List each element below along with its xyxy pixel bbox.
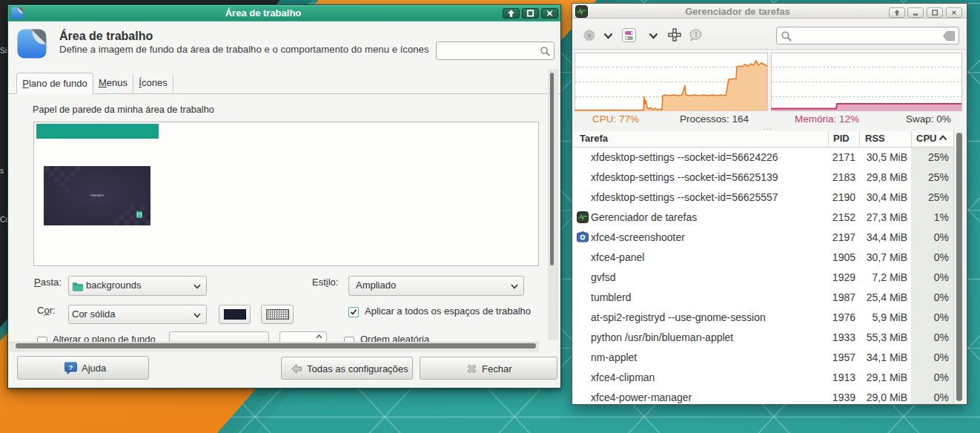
svg-text:manjaro: manjaro (90, 193, 104, 197)
svg-text:.....: ..... (91, 199, 102, 203)
svg-text:?: ? (69, 363, 73, 371)
